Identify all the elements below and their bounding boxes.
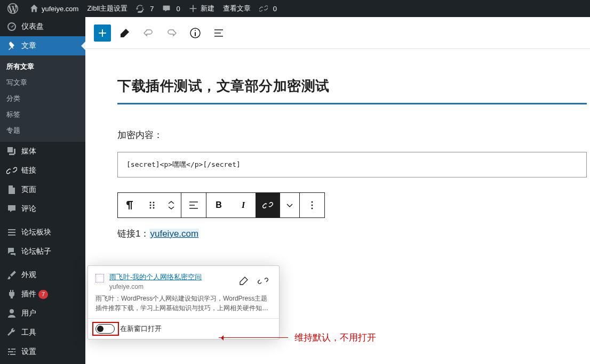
comments-link[interactable]: 0 — [158, 0, 184, 17]
new-content-link[interactable]: 新建 — [185, 0, 219, 17]
links-icon — [6, 165, 17, 176]
pin-icon — [6, 41, 17, 51]
plugins-update-badge: 7 — [38, 290, 48, 299]
link-label: 链接1： — [117, 229, 149, 239]
broken-links-link[interactable]: 0 — [255, 0, 281, 17]
inserted-link[interactable]: yufeiye.com — [149, 229, 199, 239]
move-buttons[interactable] — [162, 193, 181, 217]
menu-comments[interactable]: 评论 — [0, 199, 85, 219]
annotation-text: 维持默认，不用打开 — [294, 331, 376, 344]
wordpress-icon — [7, 3, 18, 14]
submenu-all-posts[interactable]: 所有文章 — [0, 59, 85, 75]
paragraph-icon — [124, 199, 137, 212]
annotation: 维持默认，不用打开 — [219, 331, 376, 344]
align-icon — [187, 199, 200, 212]
site-name-link[interactable]: yufeiye.com — [26, 0, 83, 17]
menu-dashboard[interactable]: 仪表盘 — [0, 17, 85, 36]
chevron-down-icon — [284, 200, 295, 211]
list-icon — [6, 227, 17, 238]
svg-point-7 — [312, 201, 313, 203]
links-count: 0 — [273, 5, 277, 13]
code-block[interactable]: [secret]<p>嘿嘿</p>[/secret] — [117, 152, 587, 177]
edit-link-button[interactable] — [235, 272, 252, 289]
svg-point-6 — [153, 207, 155, 209]
link-preview-description: 雨飞叶：WordPress个人网站建设知识学习，WordPress主题插件推荐下… — [88, 294, 279, 318]
wrench-icon — [6, 327, 17, 338]
svg-point-5 — [150, 207, 152, 209]
updates-count: 7 — [150, 5, 154, 13]
more-vertical-icon — [306, 199, 318, 212]
link-popover: 雨飞叶-我的个人网络私密空间 yufeiye.com 雨飞叶：WordPress… — [87, 265, 280, 339]
svg-point-9 — [312, 208, 313, 209]
updates-link[interactable]: 7 — [132, 0, 158, 17]
site-name-text: yufeiye.com — [42, 5, 78, 13]
plus-icon — [189, 4, 197, 13]
svg-point-2 — [153, 202, 155, 204]
media-icon — [6, 146, 17, 157]
unlink-button[interactable] — [254, 272, 272, 289]
menu-links[interactable]: 链接 — [0, 161, 85, 180]
plugin-icon — [6, 289, 17, 300]
menu-forum-sections[interactable]: 论坛板块 — [0, 223, 85, 242]
more-formatting-button[interactable] — [280, 193, 299, 217]
open-new-window-label: 在新窗口打开 — [120, 324, 162, 334]
theme-settings-link[interactable]: Zibll主题设置 — [83, 0, 132, 17]
undo-button[interactable] — [139, 23, 158, 43]
submenu-new-post[interactable]: 写文章 — [0, 75, 85, 91]
menu-forum-posts[interactable]: 论坛帖子 — [0, 242, 85, 261]
block-toolbar: B I — [117, 192, 325, 218]
chat-icon — [6, 246, 17, 257]
open-new-window-toggle[interactable] — [95, 324, 115, 334]
comments-icon — [6, 204, 17, 214]
link-button[interactable] — [256, 193, 280, 217]
menu-settings[interactable]: 设置 — [0, 342, 85, 361]
undo-icon — [142, 27, 155, 39]
link-icon — [258, 276, 268, 286]
svg-point-8 — [312, 205, 313, 206]
comments-count: 0 — [176, 5, 180, 13]
admin-sidebar: 仪表盘 文章 所有文章 写文章 分类 标签 专题 媒体 链接 页面 评论 论坛板… — [0, 17, 85, 364]
info-icon — [189, 27, 202, 39]
add-block-button[interactable] — [94, 25, 111, 42]
outline-icon — [212, 27, 225, 39]
menu-plugins[interactable]: 插件 7 — [0, 285, 85, 304]
menu-media[interactable]: 媒体 — [0, 142, 85, 161]
plus-icon — [96, 27, 109, 39]
document-info-button[interactable] — [186, 23, 205, 43]
outline-button[interactable] — [209, 23, 228, 43]
paragraph-type-button[interactable] — [118, 193, 142, 217]
drag-icon — [146, 199, 158, 212]
submenu-topics[interactable]: 专题 — [0, 123, 85, 139]
submenu-posts: 所有文章 写文章 分类 标签 专题 — [0, 55, 85, 142]
site-favicon — [95, 274, 104, 282]
view-posts-link[interactable]: 查看文章 — [219, 0, 255, 17]
link-paragraph[interactable]: 链接1：yufeiye.com — [117, 228, 587, 240]
submenu-categories[interactable]: 分类 — [0, 91, 85, 107]
comment-icon — [162, 4, 171, 13]
encrypted-section-label[interactable]: 加密内容： — [117, 129, 587, 141]
drag-handle[interactable] — [142, 193, 162, 217]
menu-appearance[interactable]: 外观 — [0, 265, 85, 285]
post-title[interactable]: 下载插件测试，文章部分加密测试 — [117, 70, 587, 104]
edit-mode-button[interactable] — [115, 23, 134, 43]
italic-button[interactable]: I — [231, 193, 256, 217]
menu-tools[interactable]: 工具 — [0, 323, 85, 342]
svg-point-3 — [150, 205, 152, 206]
menu-pages[interactable]: 页面 — [0, 180, 85, 199]
submenu-tags[interactable]: 标签 — [0, 107, 85, 123]
pages-icon — [6, 184, 17, 195]
bold-button[interactable]: B — [206, 193, 231, 217]
user-icon — [6, 308, 17, 319]
pencil-icon — [238, 276, 249, 286]
wordpress-logo[interactable] — [3, 0, 26, 17]
admin-bar: yufeiye.com Zibll主题设置 7 0 新建 查看文章 0 — [0, 0, 590, 17]
link-preview-title[interactable]: 雨飞叶-我的个人网络私密空间 — [109, 272, 235, 282]
redo-icon — [165, 27, 178, 39]
align-button[interactable] — [181, 193, 206, 217]
pencil-icon — [118, 27, 131, 39]
redo-button[interactable] — [162, 23, 181, 43]
menu-posts[interactable]: 文章 — [0, 36, 85, 55]
more-options-button[interactable] — [300, 193, 324, 217]
menu-users[interactable]: 用户 — [0, 304, 85, 323]
editor-content: 下载插件测试，文章部分加密测试 加密内容： [secret]<p>嘿嘿</p>[… — [85, 49, 590, 240]
